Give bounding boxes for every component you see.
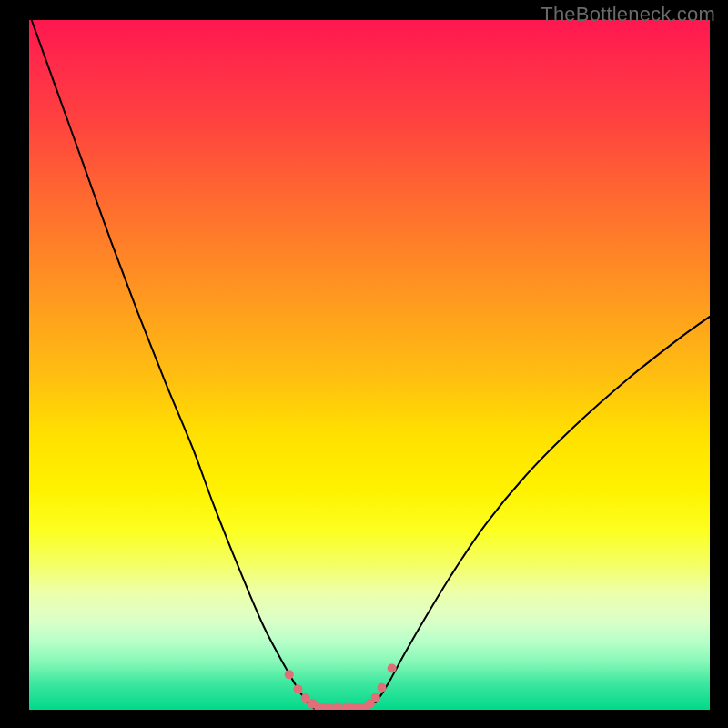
data-dot (377, 683, 386, 693)
data-dot (293, 684, 302, 693)
watermark-text: TheBottleneck.com (541, 3, 715, 26)
plot-area (29, 20, 710, 710)
data-dot (331, 703, 343, 711)
data-dot (285, 670, 294, 679)
data-dot (388, 664, 397, 673)
bottleneck-curve (29, 20, 710, 709)
chart-frame: TheBottleneck.com (0, 0, 728, 728)
bottleneck-curve-chart (29, 20, 710, 710)
data-dot (371, 693, 380, 702)
data-dot (322, 703, 333, 710)
